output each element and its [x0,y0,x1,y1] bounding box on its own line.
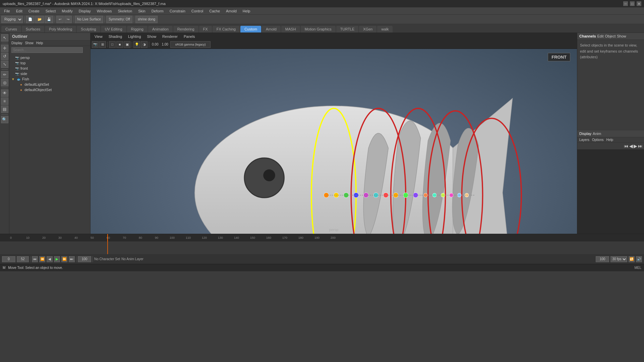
tab-fx-caching[interactable]: FX Caching [213,26,240,32]
layers2-button[interactable]: ▤ [1,105,8,113]
new-scene-button[interactable]: 📄 [26,16,35,23]
tab-rigging[interactable]: Rigging [127,26,148,32]
tab-arnold[interactable]: Arnold [262,26,281,32]
vp-grid-btn[interactable]: ⊞ [99,41,106,48]
tab-uv-editing[interactable]: UV Editing [101,26,126,32]
rotate-tool-button[interactable]: ↺ [1,53,8,60]
tree-item-front[interactable]: 📷 front [9,66,90,71]
soft-select-button[interactable]: ◎ [1,79,8,86]
tab-motion-graphics[interactable]: Motion Graphics [301,26,336,32]
playback-end-input[interactable] [78,256,91,262]
symmetry-button[interactable]: Symmetry: Off [106,16,132,23]
vp-menu-view[interactable]: View [92,34,105,39]
show-hide-button[interactable]: 👁 [1,89,8,97]
menu-arnold[interactable]: Arnold [223,8,239,14]
menu-file[interactable]: File [1,8,13,14]
arrow-first-btn[interactable]: ⏮ [624,143,629,149]
vp-menu-renderer[interactable]: Renderer [160,34,180,39]
menu-cache[interactable]: Cache [207,8,223,14]
tree-item-default-light-set[interactable]: ● defaultLightSet [9,82,90,87]
vp-solid-btn[interactable]: ■ [116,41,123,48]
menu-skeleton[interactable]: Skeleton [115,8,135,14]
menu-skin[interactable]: Skin [135,8,148,14]
workspace-dropdown[interactable]: Rigging [1,16,23,23]
display-tab[interactable]: Display [579,132,591,136]
tree-item-persp[interactable]: 📷 persp [9,55,90,60]
tab-mash[interactable]: MASH [281,26,300,32]
close-button[interactable]: ✕ [637,1,641,6]
menu-edit[interactable]: Edit [13,8,25,14]
menu-windows[interactable]: Windows [94,8,115,14]
tab-custom[interactable]: Custom [240,26,261,32]
open-scene-button[interactable]: 📂 [35,16,44,23]
menu-control[interactable]: Control [189,8,206,14]
vp-menu-panels[interactable]: Panels [181,34,198,39]
tree-item-default-object-set[interactable]: ● defaultObjectSet [9,87,90,92]
vp-menu-shading[interactable]: Shading [106,34,125,39]
anim-end-input[interactable] [596,256,609,262]
minimize-button[interactable]: ─ [623,1,628,6]
channel-box-show-tab[interactable]: Show [617,34,626,38]
tab-turtle[interactable]: TURTLE [336,26,359,32]
vp-camera-btn[interactable]: 📷 [92,41,99,48]
tab-sculpting[interactable]: Sculpting [77,26,100,32]
menu-modify[interactable]: Modify [59,8,75,14]
tree-item-side[interactable]: 📷 side [9,71,90,76]
menu-display[interactable]: Display [76,8,94,14]
arrow-last-btn[interactable]: ⏭ [638,143,643,149]
channel-box-object-tab[interactable]: Object [605,34,616,38]
tab-fx[interactable]: FX [199,26,212,32]
tab-walk[interactable]: walk [377,26,393,32]
move-tool-button[interactable]: ✛ [1,45,8,52]
timeline-ruler[interactable]: 0 10 20 30 40 50 60 70 80 90 100 110 120… [0,234,644,241]
menu-constrain[interactable]: Constrain [167,8,188,14]
viewport-canvas[interactable]: X Y FRONT persp [91,49,577,234]
vp-shadow-btn[interactable]: ◑ [141,41,148,48]
step-back-button[interactable]: ⏪ [39,256,45,262]
go-to-start-button[interactable]: ⏮ [32,256,38,262]
live-surface-button[interactable]: No Live Surface [75,16,103,23]
options-subtab[interactable]: Options [592,138,603,142]
tab-xgen[interactable]: XGen [359,26,376,32]
vp-color-profile-btn[interactable]: sRGB gamma (legacy) [170,41,211,48]
menu-help[interactable]: Help [240,8,253,14]
save-scene-button[interactable]: 💾 [45,16,53,23]
undo-button[interactable]: ↩ [56,16,64,23]
arrow-next-btn[interactable]: ▶ [634,143,637,149]
tab-curves[interactable]: Curves [1,26,21,32]
vp-wireframe-btn[interactable]: □ [109,41,116,48]
loop-button[interactable]: 🔁 [629,256,635,262]
camera-button[interactable]: shrine dong [135,16,158,23]
arrow-prev-btn[interactable]: ◀ [629,143,633,149]
outliner-show-menu[interactable]: Show [25,41,34,45]
vp-light-btn[interactable]: 💡 [133,41,140,48]
layer-button[interactable]: ≡ [1,97,8,105]
tab-rendering[interactable]: Rendering [173,26,198,32]
select-tool-button[interactable]: ↖ [1,34,8,42]
tree-item-fish[interactable]: ▼ 🐟 Fish [9,76,90,82]
channel-box-channels-tab[interactable]: Channels [579,34,596,38]
vp-texture-btn[interactable]: ▣ [124,41,130,48]
outliner-search-input[interactable] [11,47,83,53]
maximize-button[interactable]: □ [630,1,635,6]
fps-selector[interactable]: 30 fps 24 fps 60 fps [610,256,627,262]
audio-button[interactable]: 🔊 [636,256,642,262]
outliner-display-menu[interactable]: Display [11,41,22,45]
play-forward-button[interactable]: ▶ [54,256,60,262]
anim-tab[interactable]: Anim [593,132,601,136]
vp-menu-lighting[interactable]: Lighting [125,34,144,39]
go-to-end-button[interactable]: ⏭ [69,256,75,262]
vp-menu-show[interactable]: Show [144,34,159,39]
playback-start-input[interactable] [2,256,15,262]
outliner-help-menu[interactable]: Help [36,41,43,45]
tab-poly-modeling[interactable]: Poly Modeling [45,26,76,32]
playback-current-input[interactable] [17,256,29,262]
tab-animation[interactable]: Animation [148,26,173,32]
play-back-button[interactable]: ◀ [47,256,53,262]
menu-create[interactable]: Create [26,8,42,14]
help-subtab[interactable]: Help [606,138,613,142]
scale-tool-button[interactable]: ⤡ [1,61,8,68]
channel-box-edit-tab[interactable]: Edit [597,34,604,38]
menu-select[interactable]: Select [43,8,59,14]
timeline-frames[interactable] [0,241,644,254]
